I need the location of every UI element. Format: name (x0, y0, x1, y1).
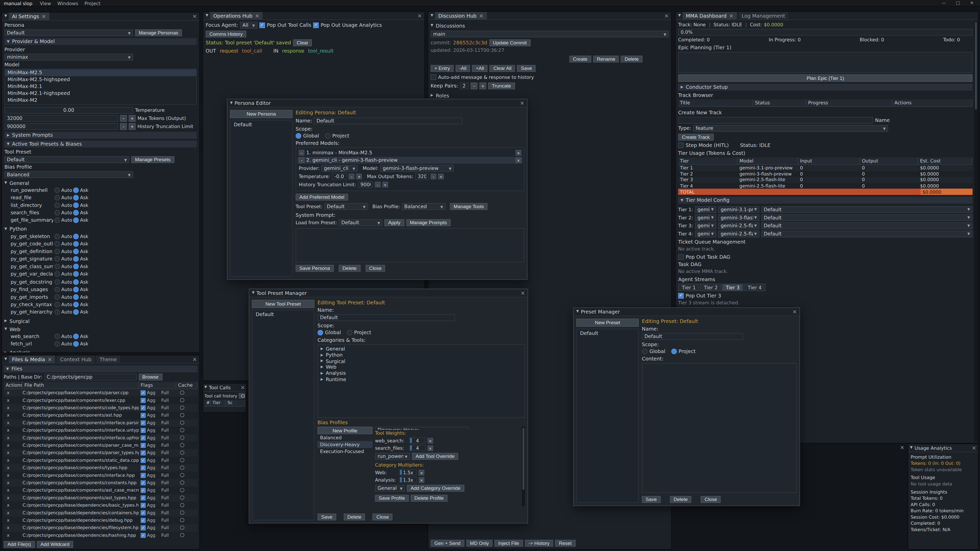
tab-discussion-hub[interactable]: Discussion Hub × (435, 12, 487, 19)
remove-file-button[interactable]: x (4, 533, 22, 538)
category-tree-node[interactable]: ▶ Web (319, 364, 523, 370)
tool-group-header[interactable]: ▶Analysis (4, 349, 197, 353)
remove-file-button[interactable]: x (4, 495, 22, 500)
pop-out-task-dag-checkbox[interactable] (678, 254, 684, 260)
tool-auto-option[interactable]: Auto (54, 187, 72, 193)
move-up-button[interactable]: – (299, 150, 304, 156)
tool-auto-option[interactable]: Auto (54, 294, 72, 300)
panel-close-icon[interactable]: × (972, 445, 976, 451)
window-menu-icon[interactable]: ▼ (204, 386, 207, 389)
ask-radio[interactable] (73, 302, 79, 307)
decrement-button[interactable]: – (349, 174, 355, 179)
clear-tool-calls-button[interactable]: Clear (239, 393, 245, 399)
scope-project-radio[interactable] (671, 349, 676, 354)
new-profile-button[interactable]: New Profile (318, 427, 372, 434)
agg-checkbox[interactable]: ✓ (141, 405, 146, 410)
tier-model-select[interactable]: gemini-3-flash-preview ▼ (718, 214, 759, 221)
scrollbar-thumb[interactable] (975, 22, 977, 110)
tool-preset-manager-header[interactable]: ▼ Tool Preset Manager × (249, 289, 528, 297)
agg-checkbox[interactable]: ✓ (141, 503, 146, 508)
delete-tool-preset-button[interactable]: Delete (344, 513, 365, 520)
scrollbar-thumb[interactable] (522, 428, 524, 490)
decrement-button[interactable]: – (471, 83, 477, 89)
increment-button[interactable]: + (382, 182, 388, 187)
auto-radio[interactable] (54, 294, 60, 300)
panel-close-icon[interactable]: × (417, 13, 422, 18)
discussion-entry-button[interactable]: +All (472, 65, 488, 72)
keep-pairs-input[interactable] (460, 83, 469, 89)
agg-checkbox[interactable]: ✓ (141, 413, 146, 418)
tier-model-select[interactable]: gemini-3.1-pro-preview ▼ (718, 206, 759, 213)
new-preset-button[interactable]: New Preset (576, 319, 639, 327)
column-header[interactable]: Actions (892, 99, 972, 106)
roles-tree-header[interactable]: ▶ Roles (431, 92, 669, 98)
menu-item[interactable]: View (38, 0, 54, 6)
tool-ask-option[interactable]: Ask (73, 333, 91, 339)
tool-auto-option[interactable]: Auto (54, 210, 72, 216)
add-wildcard-button[interactable]: Add Wildcard (37, 541, 73, 548)
tool-ask-option[interactable]: Ask (73, 302, 91, 307)
column-header[interactable]: Status (753, 99, 806, 106)
remove-file-button[interactable]: x (4, 451, 22, 456)
ask-radio[interactable] (73, 310, 79, 315)
agent-stream-tab[interactable]: Tier 4 (744, 284, 765, 291)
move-up-button[interactable]: – (299, 157, 304, 163)
tool-ask-option[interactable]: Ask (73, 233, 91, 239)
tool-preset-list-item[interactable]: Default (253, 311, 313, 318)
tier-preset-select[interactable]: Default ▼ (761, 214, 973, 221)
auto-radio[interactable] (54, 341, 60, 347)
tool-auto-option[interactable]: Auto (54, 218, 72, 223)
tier-provider-select[interactable]: gemini ▼ (695, 206, 716, 213)
add-preferred-model-button[interactable]: Add Preferred Model (296, 194, 348, 200)
menu-item[interactable]: Project (82, 0, 103, 6)
preset-content-input[interactable] (642, 363, 797, 493)
tool-group-header[interactable]: ▼Web (4, 326, 197, 332)
active-presets-section-header[interactable]: ▼ Active Tool Presets & Biases (4, 141, 197, 148)
auto-radio[interactable] (54, 210, 60, 216)
tool-auto-option[interactable]: Auto (54, 272, 72, 277)
auto-radio[interactable] (54, 202, 60, 208)
ask-radio[interactable] (73, 210, 79, 216)
track-type-select[interactable]: feature ▼ (693, 125, 888, 132)
remove-file-button[interactable]: x (4, 413, 22, 418)
tool-ask-option[interactable]: Ask (73, 279, 91, 285)
tier-model-select[interactable]: gemini-2.5-flash-lite ▼ (718, 222, 759, 229)
tool-override-select[interactable]: run_powershell ▼ (375, 453, 410, 460)
scope-global-radio[interactable] (318, 330, 323, 335)
category-tree-node[interactable]: ▶ Surgical (319, 358, 523, 364)
tool-ask-option[interactable]: Ask (73, 310, 91, 315)
column-header[interactable]: Model (738, 157, 798, 164)
system-prompts-section-header[interactable]: ▶ System Prompts (4, 132, 197, 139)
agg-checkbox[interactable]: ✓ (141, 526, 146, 530)
tool-ask-option[interactable]: Ask (73, 272, 91, 277)
remove-file-button[interactable]: x (4, 443, 22, 448)
auto-radio[interactable] (54, 333, 60, 339)
full-flag-button[interactable]: Full (161, 518, 178, 523)
max-tokens-input[interactable] (4, 115, 118, 122)
tool-ask-option[interactable]: Ask (73, 287, 91, 292)
full-flag-button[interactable]: Full (161, 443, 178, 448)
scrollbar[interactable] (974, 21, 977, 442)
agg-checkbox[interactable]: ✓ (141, 428, 146, 433)
window-menu-icon[interactable]: ▼ (678, 14, 681, 17)
maximize-icon[interactable]: ▢ (953, 0, 963, 6)
browse-button[interactable]: Browse (138, 373, 162, 380)
tier-preset-select[interactable]: Default ▼ (761, 230, 973, 237)
panel-close-icon[interactable]: × (241, 385, 245, 390)
full-flag-button[interactable]: Full (161, 413, 178, 418)
tier-preset-select[interactable]: Default ▼ (761, 222, 973, 229)
agent-stream-tab[interactable]: Tier 1 (678, 284, 700, 291)
pm-provider-select[interactable]: gemini_cli ▼ (321, 165, 358, 172)
ask-radio[interactable] (73, 294, 79, 300)
window-menu-icon[interactable]: ▼ (431, 14, 433, 17)
auto-radio[interactable] (54, 264, 60, 269)
tool-auto-option[interactable]: Auto (54, 287, 72, 292)
tool-ask-option[interactable]: Ask (73, 218, 91, 223)
save-persona-button[interactable]: Save Persona (296, 265, 334, 272)
window-menu-icon[interactable]: ▼ (230, 101, 232, 105)
tool-auto-option[interactable]: Auto (54, 279, 72, 285)
agent-stream-tab[interactable]: Tier 3 (722, 284, 743, 291)
remove-file-button[interactable]: x (4, 473, 22, 478)
increment-button[interactable]: + (479, 83, 487, 89)
remove-override-button[interactable]: × (419, 469, 425, 475)
